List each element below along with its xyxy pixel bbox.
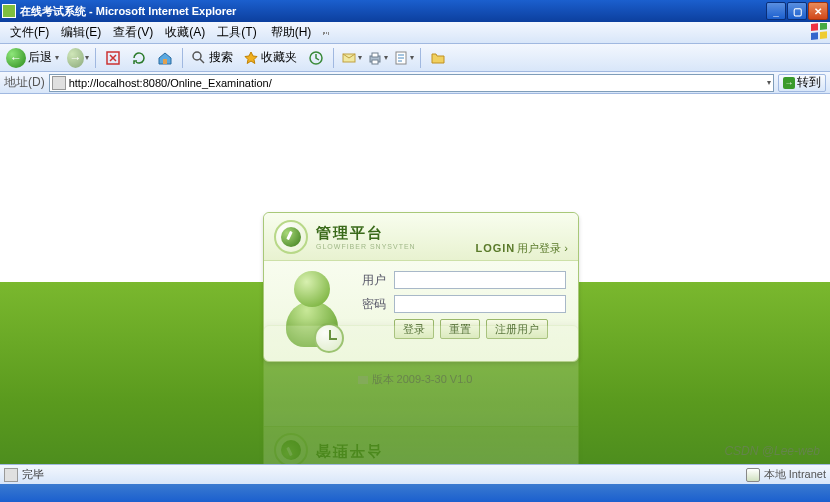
- go-label: 转到: [797, 74, 821, 91]
- login-form: 用户 密码 登录 重置 注册用户: [362, 271, 566, 353]
- history-button[interactable]: [305, 47, 327, 69]
- go-button[interactable]: →转到: [778, 74, 826, 92]
- svg-rect-5: [163, 59, 167, 64]
- address-bar: 地址(D) ▾ →转到: [0, 72, 830, 94]
- svg-rect-11: [372, 60, 378, 64]
- home-button[interactable]: [154, 47, 176, 69]
- platform-subtitle: GLOWFIBER SNYSVTEN: [316, 243, 416, 250]
- mail-button[interactable]: ▾: [340, 47, 362, 69]
- version-text: 版本 2009-3-30 V1.0: [0, 372, 830, 387]
- close-button[interactable]: ✕: [808, 2, 828, 20]
- menu-edit[interactable]: 编辑(E): [55, 24, 107, 41]
- password-label: 密码: [362, 296, 388, 313]
- username-input[interactable]: [394, 271, 566, 289]
- menu-file[interactable]: 文件(F): [4, 24, 55, 41]
- address-label: 地址(D): [4, 74, 45, 91]
- menu-tools[interactable]: 工具(T): [211, 24, 262, 41]
- status-page-icon: [4, 468, 18, 482]
- page-icon: [52, 76, 66, 90]
- maximize-button[interactable]: ▢: [787, 2, 807, 20]
- svg-point-6: [193, 52, 201, 60]
- favorites-button[interactable]: 收藏夹: [241, 47, 301, 69]
- login-card: 管理平台 GLOWFIBER SNYSVTEN LOGIN用户登录 › 用户 密…: [263, 212, 579, 362]
- edit-button[interactable]: ▾: [392, 47, 414, 69]
- refresh-button[interactable]: [128, 47, 150, 69]
- window-title: 在线考试系统 - Microsoft Internet Explorer: [20, 4, 765, 19]
- svg-rect-2: [811, 32, 818, 40]
- password-input[interactable]: [394, 295, 566, 313]
- favorites-label: 收藏夹: [261, 49, 297, 66]
- back-button[interactable]: ←后退▾: [4, 47, 63, 69]
- svg-rect-10: [372, 53, 378, 57]
- avatar-illustration: [276, 271, 348, 353]
- username-label: 用户: [362, 272, 388, 289]
- login-heading: LOGIN用户登录 ›: [475, 241, 568, 256]
- menu-bar: 文件(F) 编辑(E) 查看(V) 收藏(A) 工具(T) 帮助(H): [0, 22, 830, 44]
- platform-title: 管理平台: [316, 224, 416, 243]
- zone-text: 本地 Intranet: [764, 467, 826, 482]
- reset-button[interactable]: 重置: [440, 319, 480, 339]
- clock-icon: [314, 323, 344, 353]
- page-content: 管理平台 GLOWFIBER SNYSVTEN LOGIN用户登录 › 用户 密…: [0, 94, 830, 482]
- windows-logo-icon: [810, 23, 828, 41]
- svg-rect-0: [811, 23, 818, 31]
- minimize-button[interactable]: _: [766, 2, 786, 20]
- url-input[interactable]: [69, 77, 763, 89]
- separator: [182, 48, 183, 68]
- menu-view[interactable]: 查看(V): [107, 24, 159, 41]
- card-header: 管理平台 GLOWFIBER SNYSVTEN LOGIN用户登录 ›: [264, 213, 578, 261]
- forward-button[interactable]: →▾: [67, 47, 89, 69]
- separator: [420, 48, 421, 68]
- login-button[interactable]: 登录: [394, 319, 434, 339]
- back-label: 后退: [28, 49, 52, 66]
- print-button[interactable]: ▾: [366, 47, 388, 69]
- taskbar: [0, 484, 830, 502]
- version-icon: [358, 376, 368, 384]
- register-button[interactable]: 注册用户: [486, 319, 548, 339]
- menu-favorites[interactable]: 收藏(A): [159, 24, 211, 41]
- platform-logo-icon: [274, 220, 308, 254]
- toolbar: ←后退▾ →▾ 搜索 收藏夹 ▾ ▾ ▾: [0, 44, 830, 72]
- folder-button[interactable]: [427, 47, 449, 69]
- app-icon: [2, 4, 16, 18]
- search-label: 搜索: [209, 49, 233, 66]
- status-bar: 完毕 本地 Intranet: [0, 464, 830, 484]
- url-dropdown-icon[interactable]: ▾: [767, 78, 771, 87]
- svg-rect-1: [820, 23, 827, 30]
- zone-icon: [746, 468, 760, 482]
- svg-rect-3: [820, 31, 827, 39]
- menu-hint: [323, 32, 329, 34]
- search-button[interactable]: 搜索: [189, 47, 237, 69]
- status-text: 完毕: [22, 467, 44, 482]
- url-field[interactable]: ▾: [49, 74, 774, 92]
- stop-button[interactable]: [102, 47, 124, 69]
- separator: [95, 48, 96, 68]
- separator: [333, 48, 334, 68]
- menu-help[interactable]: 帮助(H): [265, 24, 318, 41]
- window-titlebar: 在线考试系统 - Microsoft Internet Explorer _ ▢…: [0, 0, 830, 22]
